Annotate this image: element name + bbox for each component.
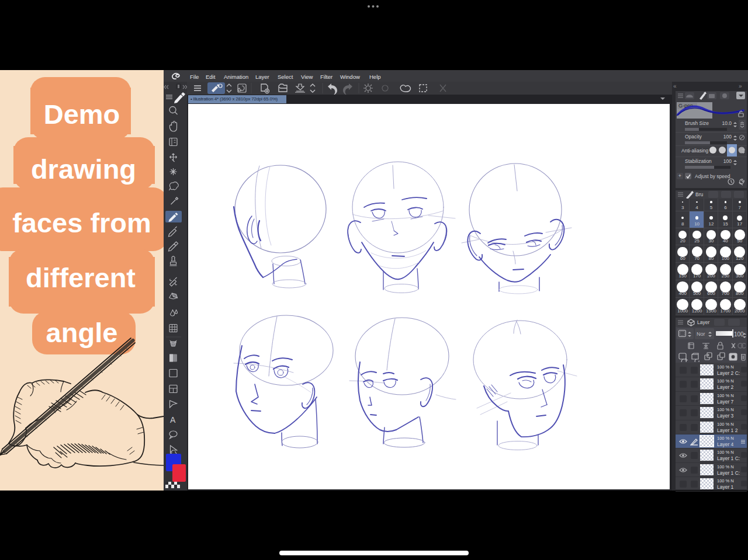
svg-text:different: different bbox=[26, 262, 136, 293]
svg-text:A: A bbox=[170, 415, 176, 425]
svg-text:faces from: faces from bbox=[12, 207, 151, 238]
svg-text:Demo: Demo bbox=[44, 99, 120, 130]
svg-text:drawing: drawing bbox=[31, 154, 136, 185]
svg-text:angle: angle bbox=[46, 317, 118, 348]
